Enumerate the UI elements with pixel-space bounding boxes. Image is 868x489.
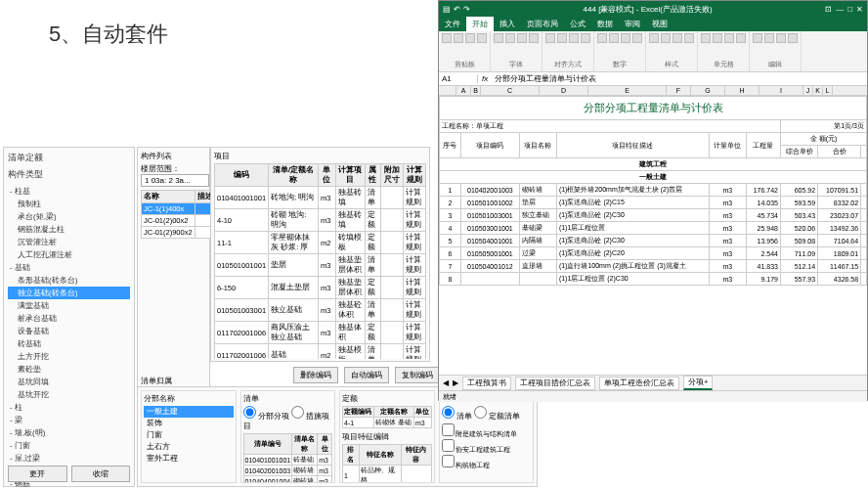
worksheet[interactable]: ABCDEFGHIJKL 分部分项工程量清单与计价表工程名称：单项工程第1页/3… bbox=[439, 86, 867, 375]
tree-node[interactable]: - 柱基 bbox=[8, 185, 130, 198]
tree-node[interactable]: 人工挖孔灌注桩 bbox=[8, 248, 130, 261]
collapse-button[interactable]: 收缩 bbox=[71, 466, 131, 482]
quota-table[interactable]: 定额编码定额名称单位4-1砖砌体 基础m3 bbox=[342, 406, 432, 428]
scope-input[interactable] bbox=[141, 174, 209, 187]
formula-bar[interactable]: A1 fx 分部分项工程量清单与计价表 bbox=[439, 72, 867, 86]
sheet-tabs[interactable]: ◀▶工程预算书工程项目措价汇总表单项工程造价汇总表分项+ bbox=[439, 375, 867, 390]
tree-node[interactable]: 素砼垫 bbox=[8, 363, 130, 376]
feature-table[interactable]: 排名特征名称特征内容1砖品种、规格2基础类型砖基础 bbox=[342, 444, 432, 483]
component-tree: - 柱基预制柱承台(矩,梁)钢筋混凝土柱沉管灌注桩人工挖孔灌注桩- 基础条形基础… bbox=[8, 185, 130, 489]
redo-icon[interactable]: ↷ bbox=[463, 5, 470, 14]
maximize-icon[interactable]: □ bbox=[847, 5, 852, 14]
tree-header: 构件类型 bbox=[8, 168, 130, 181]
add-column: 常加 清单 定额清单 附是建筑与结构清单 协安工程建筑工程 构筑物工程 bbox=[439, 390, 535, 483]
project-items-panel: 项目 编码清单/定额名称单位计算项目属性附加尺寸计算规则010401001001… bbox=[210, 147, 430, 362]
excel-grid[interactable]: 分部分项工程量清单与计价表工程名称：单项工程第1页/3页序号项目编码项目名称项目… bbox=[439, 96, 867, 286]
list-column: 清单 分部分项 措施项目 清单编号清单名称单位010401001001砖基础m3… bbox=[240, 390, 336, 483]
component-table[interactable]: 名称描述JC-1(1)400xJC-01(2)00x2JC-01(2)900x2 bbox=[141, 190, 216, 239]
excel-window: ▤ ↶ ↷ 444 [兼容模式] - Excel(产品激活失败) ⊡ — □ ✕… bbox=[438, 0, 868, 401]
copy-code-button[interactable]: 复制编码 bbox=[395, 367, 440, 383]
tree-node[interactable]: 基坑回填 bbox=[8, 376, 130, 388]
ribbon[interactable]: 剪贴板字体对齐方式数字样式单元格编辑 bbox=[439, 31, 867, 72]
quota-column: 定额 定额编码定额名称单位4-1砖砌体 基础m3 项目特征编辑 排名特征名称特征… bbox=[339, 390, 435, 483]
close-icon[interactable]: ✕ bbox=[856, 5, 863, 14]
fx-icon[interactable]: fx bbox=[478, 74, 492, 83]
component-type-panel: 清单定额 构件类型 - 柱基预制柱承台(矩,梁)钢筋混凝土柱沉管灌注桩人工挖孔灌… bbox=[3, 147, 135, 487]
checkbox-list[interactable]: 附是建筑与结构清单 协安工程建筑工程 构筑物工程 bbox=[442, 423, 532, 470]
tree-node[interactable]: 设备基础 bbox=[8, 325, 130, 337]
project-table[interactable]: 编码清单/定额名称单位计算项目属性附加尺寸计算规则010401001001砖地沟… bbox=[214, 163, 426, 359]
tree-node[interactable]: - 门窗 bbox=[8, 439, 130, 452]
column-headers[interactable]: ABCDEFGHIJKL bbox=[439, 86, 867, 96]
tree-node[interactable]: - 基础 bbox=[8, 261, 130, 274]
tree-node[interactable]: 砖基础 bbox=[8, 337, 130, 350]
ribbon-options-icon[interactable]: ⊡ bbox=[825, 5, 832, 14]
tree-node[interactable]: 满堂基础 bbox=[8, 299, 130, 312]
delete-code-button[interactable]: 删除编码 bbox=[293, 367, 338, 383]
tree-node[interactable]: 桩承台基础 bbox=[8, 312, 130, 325]
document-title: 444 [兼容模式] - Excel(产品激活失败) bbox=[470, 4, 825, 15]
section-list[interactable]: 一般土建装饰门窗土石方室外工程 bbox=[144, 406, 234, 465]
excel-titlebar: ▤ ↶ ↷ 444 [兼容模式] - Excel(产品激活失败) ⊡ — □ ✕ bbox=[439, 1, 867, 17]
tree-node[interactable]: - 屋,过梁 bbox=[8, 452, 130, 465]
tree-node[interactable]: 基坑开挖 bbox=[8, 388, 130, 401]
radio-list[interactable]: 清单 bbox=[442, 412, 472, 421]
status-bar: 就绪 bbox=[439, 390, 867, 402]
name-box[interactable]: A1 bbox=[439, 74, 478, 83]
tree-node[interactable]: 承台(矩,梁) bbox=[8, 210, 130, 223]
tree-node[interactable]: 钢筋混凝土柱 bbox=[8, 223, 130, 236]
tree-node[interactable]: 土方开挖 bbox=[8, 350, 130, 363]
tree-node[interactable]: - 柱 bbox=[8, 401, 130, 414]
save-icon[interactable]: ▤ bbox=[443, 5, 451, 14]
filter-label: 构件列表 bbox=[141, 151, 206, 161]
page-title: 5、自动套件 bbox=[49, 20, 168, 49]
tree-node[interactable]: 独立基础(砖条台) bbox=[8, 287, 130, 299]
formula-content[interactable]: 分部分项工程量清单与计价表 bbox=[492, 73, 867, 84]
section-column: 分部名称 一般土建装饰门窗土石方室外工程 bbox=[141, 390, 237, 483]
expand-button[interactable]: 更开 bbox=[8, 466, 67, 482]
ribbon-tabs[interactable]: 文件开始插入页面布局公式数据审阅视图 bbox=[439, 17, 867, 31]
tree-node[interactable]: 条形基础(砖条台) bbox=[8, 274, 130, 287]
list-table[interactable]: 清单编号清单名称单位010401001001砖基础m3010402001003砌… bbox=[243, 433, 333, 483]
undo-icon[interactable]: ↶ bbox=[454, 5, 460, 14]
panel-header: 清单定额 bbox=[8, 152, 130, 164]
tree-node[interactable]: - 梁 bbox=[8, 414, 130, 426]
tree-node[interactable]: - 墙,板(明) bbox=[8, 426, 130, 439]
minimize-icon[interactable]: — bbox=[836, 5, 844, 14]
tree-node[interactable]: 预制柱 bbox=[8, 198, 130, 210]
radio-division[interactable]: 分部分项 bbox=[243, 412, 289, 421]
radio-quota-list[interactable]: 定额清单 bbox=[474, 412, 520, 421]
auto-code-button[interactable]: 自动编码 bbox=[344, 367, 389, 383]
project-header: 项目 bbox=[214, 151, 426, 161]
tree-node[interactable]: 沉管灌注桩 bbox=[8, 236, 130, 248]
